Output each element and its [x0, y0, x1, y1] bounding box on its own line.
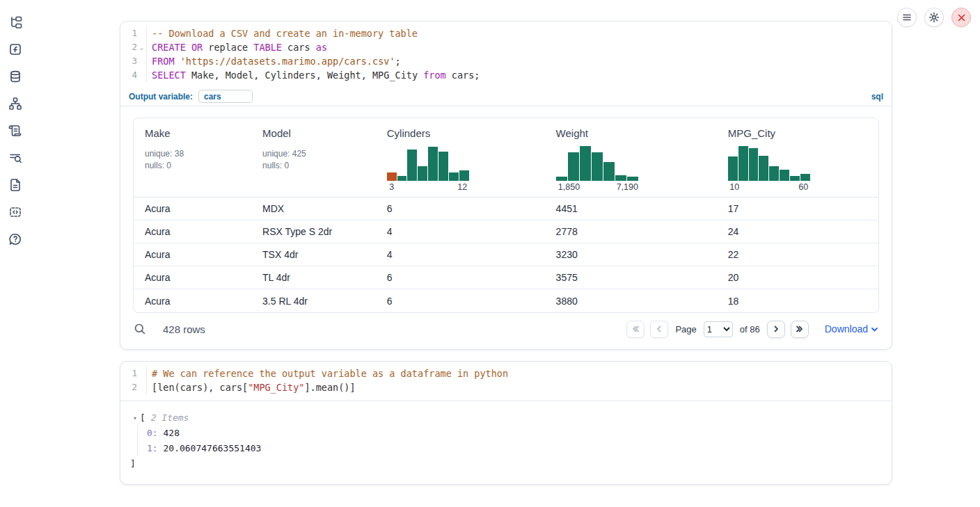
table-body: AcuraMDX6445117AcuraRSX Type S 2dr427782… — [134, 198, 878, 312]
table-row[interactable]: AcuraTSX 4dr4323022 — [134, 243, 878, 266]
close-button[interactable] — [951, 8, 971, 27]
fold-chevron-icon — [137, 367, 146, 380]
menu-button[interactable] — [897, 8, 917, 27]
column-header-mpg-city[interactable]: MPG_City 1060 — [717, 127, 878, 193]
histogram-bar[interactable] — [387, 172, 397, 181]
column-header-weight[interactable]: Weight 1,8507,190 — [545, 127, 717, 193]
page-select[interactable]: 1 — [704, 321, 733, 337]
axis-min-label: 3 — [389, 182, 394, 193]
first-page-button[interactable] — [626, 321, 645, 338]
code-line[interactable]: 2[len(cars), cars["MPG_City"].mean()] — [120, 380, 892, 394]
line-number: 2 — [120, 40, 137, 54]
unique-stat: unique: 425 — [262, 148, 365, 160]
code-line[interactable]: 3FROM 'https://datasets.marimo.app/cars.… — [120, 54, 892, 68]
column-header-model[interactable]: Model unique: 425 nulls: 0 — [251, 127, 376, 193]
left-sidebar — [0, 0, 31, 507]
line-number: 1 — [120, 26, 137, 40]
histogram-bar[interactable] — [627, 177, 638, 181]
previous-page-button[interactable] — [650, 321, 668, 338]
chevron-down-icon — [871, 325, 878, 333]
function-icon[interactable] — [8, 42, 23, 57]
last-page-button[interactable] — [791, 321, 809, 338]
histogram-bar[interactable] — [407, 150, 417, 181]
histogram-bar[interactable] — [580, 146, 591, 181]
histogram-bar[interactable] — [759, 156, 768, 181]
output-variable-label: Output variable: — [129, 92, 193, 102]
table-cell: 6 — [376, 296, 545, 307]
python-code-editor[interactable]: 1# We can reference the output variable … — [120, 362, 892, 401]
table-cell: Acura — [134, 249, 251, 260]
histogram-bar[interactable] — [749, 148, 759, 181]
table-cell: 4 — [376, 226, 545, 237]
table-cell: 2778 — [545, 226, 717, 237]
histogram-bar[interactable] — [449, 172, 459, 181]
column-header-make[interactable]: Make unique: 38 nulls: 0 — [134, 127, 251, 193]
fold-chevron-icon — [137, 26, 146, 40]
tree-entry-key: 0: — [147, 428, 158, 438]
fold-chevron-icon[interactable]: ⌄ — [137, 40, 146, 54]
table-cell: 3880 — [545, 296, 717, 307]
code-line[interactable]: 2⌄CREATE OR replace TABLE cars as — [120, 40, 892, 54]
collapse-chevron-icon[interactable]: ▾ — [130, 410, 140, 426]
histogram-bar[interactable] — [738, 146, 748, 181]
histogram-bar[interactable] — [800, 174, 810, 181]
table-cell: RSX Type S 2dr — [251, 226, 376, 237]
histogram-bar[interactable] — [428, 147, 438, 181]
histogram-bar[interactable] — [397, 176, 407, 181]
table-row[interactable]: AcuraTL 4dr6357520 — [134, 266, 878, 289]
help-icon[interactable] — [8, 232, 23, 247]
code-line[interactable]: 4SELECT Make, Model, Cylinders, Weight, … — [120, 68, 892, 82]
next-page-button[interactable] — [767, 321, 785, 338]
histogram-bar[interactable] — [418, 166, 427, 181]
histogram-bar[interactable] — [780, 170, 789, 181]
histogram-bar[interactable] — [615, 175, 626, 181]
histogram-bar[interactable] — [556, 177, 567, 181]
axis-min-label: 1,850 — [558, 182, 580, 193]
table-cell: 3.5 RL 4dr — [251, 296, 376, 307]
line-number: 1 — [120, 367, 137, 380]
row-count: 428 rows — [163, 323, 205, 335]
database-icon[interactable] — [8, 69, 23, 84]
document-icon[interactable] — [8, 177, 23, 193]
table-row[interactable]: Acura3.5 RL 4dr6388018 — [134, 289, 878, 312]
histogram-bar[interactable] — [769, 166, 779, 181]
axis-max-label: 12 — [457, 182, 467, 193]
tree-body: 0: 4281: 20.060747663551403 — [137, 426, 879, 456]
scroll-icon[interactable] — [8, 123, 23, 138]
histogram-bar[interactable] — [592, 152, 603, 181]
histogram-bar[interactable] — [438, 152, 448, 181]
unique-stat: unique: 38 — [145, 148, 240, 160]
settings-gear-button[interactable] — [924, 8, 944, 27]
sql-code-editor[interactable]: 1-- Download a CSV and create an in-memo… — [120, 22, 892, 87]
dependency-graph-icon[interactable] — [8, 96, 23, 111]
table-cell: 4 — [376, 249, 545, 260]
table-row[interactable]: AcuraMDX6445117 — [134, 198, 878, 220]
histogram-bar[interactable] — [603, 162, 615, 181]
column-header-cylinders[interactable]: Cylinders 312 — [376, 127, 545, 193]
histogram-bar[interactable] — [790, 176, 800, 181]
search-icon[interactable] — [134, 322, 148, 336]
code-line[interactable]: 1# We can reference the output variable … — [120, 367, 892, 380]
table-cell: 20 — [717, 272, 878, 283]
code-line[interactable]: 1-- Download a CSV and create an in-memo… — [120, 26, 892, 40]
tree-entry-value: 428 — [158, 428, 180, 438]
table-cell: Acura — [134, 226, 251, 237]
logs-search-icon[interactable] — [8, 150, 23, 166]
histogram-bar[interactable] — [568, 152, 579, 181]
table-cell: 6 — [376, 272, 545, 283]
snippets-icon[interactable] — [8, 204, 23, 220]
file-tree-icon[interactable] — [8, 15, 23, 30]
pagination: Page 1 of 86 Download — [626, 321, 878, 338]
download-button[interactable]: Download — [825, 323, 878, 335]
output-variable-input[interactable] — [198, 90, 253, 103]
axis-max-label: 7,190 — [617, 182, 638, 193]
fold-chevron-icon — [137, 380, 146, 394]
histogram-bar[interactable] — [459, 170, 469, 181]
axis-max-label: 60 — [798, 182, 808, 193]
close-bracket: ] — [130, 456, 879, 472]
histogram-bar[interactable] — [728, 156, 738, 181]
table-cell: 17 — [717, 203, 878, 214]
table-row[interactable]: AcuraRSX Type S 2dr4277824 — [134, 220, 878, 243]
sql-cell: 1-- Download a CSV and create an in-memo… — [120, 21, 892, 350]
tree-entry-value: 20.060747663551403 — [158, 443, 262, 453]
